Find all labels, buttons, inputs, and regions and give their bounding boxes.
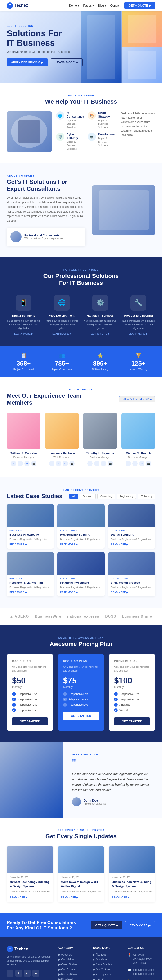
team-title: Meet Our Experience TeamMembers <box>7 392 82 406</box>
client-agero: ▲ AGERO <box>10 614 29 619</box>
stat-projects-number: 368+ <box>7 360 40 367</box>
check-icon: ✓ <box>114 708 118 712</box>
nav-contact[interactable]: Contact <box>110 4 120 7</box>
solution-web-learn-more[interactable]: LEARN MORE ▶ <box>45 332 79 335</box>
header-cta-button[interactable]: GET A QUOTE ▶ <box>124 2 155 9</box>
view-all-members-button[interactable]: VIEW ALL MEMBERS ▶ <box>119 396 155 402</box>
filter-consulting[interactable]: Consulting <box>98 493 115 499</box>
nav-pages[interactable]: Pages ▾ <box>83 4 94 7</box>
price-btn-regular[interactable]: GET STARTED <box>63 712 99 720</box>
blog-read-3[interactable]: READ MORE ▶ <box>112 896 129 899</box>
solution-digital-learn-more[interactable]: LEARN MORE ▶ <box>7 332 40 335</box>
footer-news-link-4[interactable]: ▶ Our Culture <box>93 968 120 971</box>
footer-news-link-5[interactable]: ▶ Pricing Plans <box>93 973 120 976</box>
team-member-2: Lawrence Pacheco Web Developer f t in 📷 <box>45 413 79 466</box>
cta-secondary-button[interactable]: READ MORE ▶ <box>125 921 155 929</box>
nav-demo[interactable]: Demo ▾ <box>69 4 79 7</box>
filter-itsecurity[interactable]: IT Security <box>138 493 155 499</box>
blog-desc-2: Business Registration & Regulations <box>61 890 101 894</box>
team-avatar-1 <box>7 413 40 449</box>
hero-secondary-button[interactable]: LEARN MORE ▶ <box>51 59 83 66</box>
social-li-3[interactable]: in <box>101 461 106 466</box>
price-btn-premium[interactable]: GET STARTED <box>114 718 150 725</box>
social-ig-3[interactable]: 📷 <box>107 461 113 466</box>
service-icon-uiux: 🎨 <box>88 111 96 119</box>
consultant-title: With more than 5 years experience <box>24 237 63 240</box>
social-ig-2[interactable]: 📷 <box>69 461 75 466</box>
filter-engineering[interactable]: Engineering <box>117 493 136 499</box>
social-li-4[interactable]: in <box>139 461 144 466</box>
cta-banner: Ready To Get Free Consulations For Any K… <box>0 913 162 937</box>
stat-projects: 📋 368+ Project Completed <box>7 353 40 371</box>
feature-regular-3: ✓ Responsive Live <box>63 703 99 706</box>
social-fb-3[interactable]: f <box>87 461 93 466</box>
solution-digital-desc: Nunc gravida ipsum elit purus consequat … <box>7 319 40 330</box>
case-read-more-1[interactable]: READ MORE ▶ <box>10 543 51 546</box>
blog-read-1[interactable]: READ MORE ▶ <box>10 896 27 899</box>
case-title-4: Research & Market Plan <box>10 581 51 584</box>
social-ig-4[interactable]: 📷 <box>146 461 151 466</box>
footer-link-vision[interactable]: ▶ Our Vision <box>58 958 86 961</box>
footer-social-tw[interactable]: t <box>15 970 22 977</box>
social-fb-2[interactable]: f <box>49 461 55 466</box>
footer-social-fb[interactable]: f <box>7 970 13 977</box>
case-read-more-4[interactable]: READ MORE ▶ <box>10 591 51 594</box>
case-read-more-2[interactable]: READ MORE ▶ <box>60 543 102 546</box>
footer-news-link-3[interactable]: ▶ Case Studies <box>93 963 120 966</box>
solution-manage-learn-more[interactable]: LEARN MORE ▶ <box>83 332 117 335</box>
solution-product-learn-more[interactable]: LEARN MORE ▶ <box>122 332 155 335</box>
filter-business[interactable]: Business <box>80 493 96 499</box>
testimonial-author: John Doe Pro officer Executive <box>72 797 153 807</box>
case-read-more-6[interactable]: READ MORE ▶ <box>111 591 152 594</box>
logo[interactable]: T Techex <box>7 2 28 9</box>
blog-img-3 <box>109 846 155 873</box>
social-tw-2[interactable]: t <box>56 461 61 466</box>
social-li-2[interactable]: in <box>63 461 68 466</box>
case-card-5: Consulting Financial Investment Business… <box>58 552 104 597</box>
footer-social-yt[interactable]: ▶ <box>32 970 39 977</box>
hero-section: Best IT Solution Solutions For IT Busine… <box>0 11 162 83</box>
hero-content: Best IT Solution Solutions For IT Busine… <box>7 24 92 66</box>
cta-primary-button[interactable]: GET A QUOTE ▶ <box>91 921 122 929</box>
price-period-basic: Monthly <box>12 686 48 689</box>
footer-news-link-6[interactable]: ▶ Blog Post <box>93 978 120 980</box>
email-icon: ✉️ <box>128 968 132 972</box>
footer-news-link-1[interactable]: ▶ About us <box>93 953 120 956</box>
pricing-section: SOMETHING AWESOME PLAN Awesome Pricing P… <box>0 625 162 742</box>
footer-link-pricing[interactable]: ▶ Pricing Plans <box>58 973 86 976</box>
blog-read-2[interactable]: READ MORE ▶ <box>61 896 79 899</box>
price-btn-basic[interactable]: GET STARTED <box>12 718 48 725</box>
stat-consultants: 👥 785+ Expert Consultants <box>45 353 79 371</box>
filter-all[interactable]: All <box>69 493 78 499</box>
footer-link-aboutus[interactable]: ▶ About us <box>58 953 86 956</box>
social-tw-1[interactable]: t <box>18 461 23 466</box>
hero-primary-button[interactable]: APPLY FOR PRICING ▶ <box>7 59 48 66</box>
team-avatar-3 <box>83 413 117 449</box>
feature-premium-2: ✓ Responsive Live <box>114 698 150 701</box>
footer-link-culture[interactable]: ▶ Our Culture <box>58 968 86 971</box>
footer-news-link-2[interactable]: ▶ Our Vision <box>93 958 120 961</box>
rating-icon: ⭐ <box>83 353 117 359</box>
footer-link-blog[interactable]: ▶ Blog Post <box>58 978 86 980</box>
footer-social-li[interactable]: in <box>24 970 30 977</box>
social-fb-4[interactable]: f <box>125 461 131 466</box>
social-tw-4[interactable]: t <box>132 461 138 466</box>
case-read-more-3[interactable]: READ MORE ▶ <box>111 543 152 546</box>
case-content-6: Engineering ui ux design process Busines… <box>108 575 155 597</box>
footer-brand-desc: Lorem ipsum dolor sit amet, consectetur … <box>7 955 52 967</box>
nav-blog[interactable]: Blog ▾ <box>98 4 106 7</box>
social-li-1[interactable]: in <box>24 461 30 466</box>
stat-rating-label: 5 Stars Rating <box>83 368 117 371</box>
social-fb-1[interactable]: f <box>11 461 16 466</box>
social-ig-1[interactable]: 📷 <box>31 461 37 466</box>
case-content-3: IT Security Digital Solutions Business R… <box>108 527 155 549</box>
check-icon: ✓ <box>12 703 16 706</box>
team-member-4: Michael S. Branch Business Manager f t i… <box>122 413 155 466</box>
we-help-image <box>7 111 52 152</box>
footer-link-cases[interactable]: ▶ Case Studies <box>58 963 86 966</box>
client-national: national express <box>67 614 99 619</box>
solution-web: 🌐 Web Development Nunc gravida ipsum eli… <box>45 295 79 336</box>
price-features-premium: ✓ Responsive Live ✓ Responsive Live ✓ An… <box>114 692 150 712</box>
case-read-more-5[interactable]: READ MORE ▶ <box>60 591 102 594</box>
social-tw-3[interactable]: t <box>94 461 99 466</box>
